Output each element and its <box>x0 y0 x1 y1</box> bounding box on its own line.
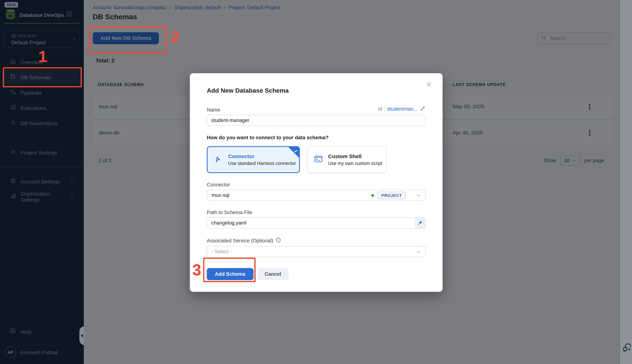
edit-pencil-icon[interactable] <box>419 106 426 113</box>
connection-question: How do you want to connect to your data … <box>207 135 426 140</box>
terminal-icon <box>314 154 323 165</box>
annotation-number-3: 3 <box>192 261 201 279</box>
status-dot <box>371 194 374 196</box>
scope-badge: PROJECT <box>377 191 406 199</box>
service-select[interactable]: - Select - <box>207 246 426 257</box>
connector-label: Connector <box>207 182 426 188</box>
option-subtitle: Use my own custom script <box>328 161 382 166</box>
support-chat-icon[interactable] <box>622 342 632 354</box>
pin-icon[interactable] <box>415 218 425 228</box>
name-label: Name <box>207 107 220 113</box>
connector-branch-icon <box>214 154 223 165</box>
annotation-number-1: 1 <box>38 48 47 66</box>
chevron-down-icon <box>416 249 421 254</box>
annotation-box-2 <box>89 26 166 54</box>
service-label: Associated Service (Optional) <box>207 238 273 244</box>
option-subtitle: Use standard Harness connector <box>228 161 296 166</box>
service-placeholder: - Select - <box>212 249 232 254</box>
connector-select[interactable]: mux-sql PROJECT <box>207 190 426 201</box>
id-label: Id : <box>378 106 385 112</box>
annotation-box-1 <box>3 67 82 87</box>
option-title: Custom Shell <box>328 154 382 160</box>
cancel-button[interactable]: Cancel <box>257 268 288 280</box>
chevron-down-icon <box>416 193 421 198</box>
path-label: Path to Schema File <box>207 210 426 216</box>
path-input[interactable] <box>207 218 426 228</box>
connector-option-card[interactable]: Connector Use standard Harness connector <box>207 146 300 173</box>
info-icon[interactable] <box>276 238 281 244</box>
id-group: Id : studentman... <box>378 106 426 113</box>
close-icon[interactable] <box>424 80 434 91</box>
modal-title: Add New Database Schema <box>207 87 426 94</box>
name-input[interactable] <box>207 115 426 126</box>
connector-value: mux-sql <box>212 192 229 198</box>
annotation-box-3 <box>203 258 256 282</box>
sidebar-collapse-handle[interactable] <box>79 326 84 345</box>
custom-shell-option-card[interactable]: Custom Shell Use my own custom script <box>307 146 386 173</box>
scrollbar-track[interactable] <box>619 0 632 364</box>
annotation-number-2: 2 <box>170 28 179 46</box>
option-title: Connector <box>228 154 296 160</box>
check-icon <box>293 148 298 155</box>
app-window: NEW ∞ Database DevOps <box>0 0 632 364</box>
id-value-link[interactable]: studentman... <box>387 106 417 112</box>
